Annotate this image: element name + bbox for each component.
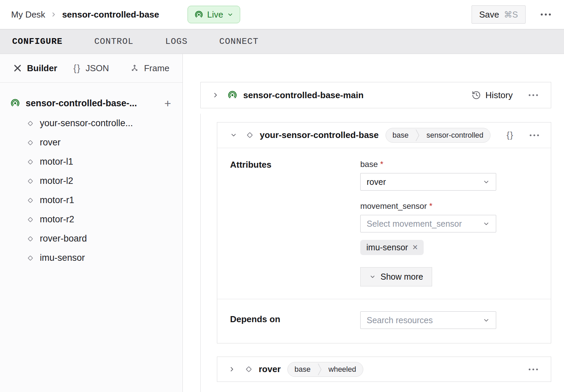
ellipsis-icon [540,13,552,16]
braces-icon: {} [74,63,81,74]
chevron-right-icon [50,11,57,18]
tab-connect[interactable]: CONNECT [219,36,258,47]
tools-icon [13,63,22,73]
live-status-label: Live [207,9,223,20]
ellipsis-icon [529,134,539,137]
machine-broadcast-icon [10,98,20,108]
field-movement-sensor-label: movement_sensor* [360,201,496,211]
save-button-label: Save [479,9,499,20]
tree-item-motor-l2[interactable]: motor-l2 [10,171,172,191]
tree-item-motor-r2[interactable]: motor-r2 [10,210,172,229]
depends-on-select[interactable]: Search resources [360,311,496,329]
viam-machine-page: My Desk sensor-controlled-base Live Save… [0,0,564,392]
breadcrumb: My Desk sensor-controlled-base [11,0,159,29]
ellipsis-icon [528,368,538,371]
mode-frame[interactable]: Frame [130,63,169,74]
show-more-button[interactable]: Show more [360,267,432,286]
broadcast-live-icon [194,10,203,19]
depends-on-heading: Depends on [230,314,360,325]
component-diamond-icon [26,216,34,224]
tree-item-label: rover-board [40,233,87,244]
tree-root-machine[interactable]: sensor-controlled-base-... + [10,95,172,111]
mode-json-label: JSON [86,63,109,74]
base-select[interactable]: rover [360,173,496,191]
base-select-value: rover [367,177,386,187]
component-diamond-icon [26,254,34,262]
badge-divider-chevron-icon [317,362,322,377]
breadcrumb-parent-link[interactable]: My Desk [11,9,45,20]
tree-item-label: motor-r1 [40,195,74,205]
required-asterisk: * [429,201,432,211]
history-clock-icon [472,90,481,100]
save-button[interactable]: Save ⌘S [472,5,526,24]
chip-remove-button[interactable]: × [413,243,418,252]
tree-item-rover-board[interactable]: rover-board [10,229,172,248]
chevron-down-icon [483,220,490,227]
badge-divider-chevron-icon [415,128,420,143]
tree-item-label: motor-l2 [40,176,73,186]
chevron-down-icon [227,11,233,18]
component-diamond-icon [26,158,34,166]
tree-item-imu-sensor[interactable]: imu-sensor [10,248,172,268]
component-title: your-sensor-controlled-base [260,130,379,140]
chevron-down-icon [483,178,490,186]
component-menu-button[interactable] [528,133,541,138]
collapse-chevron-down-icon[interactable] [230,132,237,139]
field-movement-sensor: movement_sensor* Select movement_sensor [360,201,496,232]
tree-item-rover[interactable]: rover [10,133,172,152]
machine-part-card: sensor-controlled-base-main History [200,82,551,108]
tab-configure[interactable]: CONFIGURE [12,36,62,47]
tab-control[interactable]: CONTROL [94,36,133,47]
tree-item-motor-r1[interactable]: motor-r1 [10,191,172,210]
badge-type: base [288,365,317,374]
config-sidebar: Builder {} JSON Frame [0,54,183,392]
edit-json-button[interactable]: {} [507,130,514,140]
history-button[interactable]: History [472,90,513,101]
tree-item-your-sensor-controlled-base[interactable]: your-sensor-controlle... [10,114,172,133]
selected-sensor-chip: imu-sensor × [360,240,424,255]
expand-chevron-right-icon[interactable] [212,91,219,99]
header-more-menu-button[interactable] [538,10,553,19]
chip-label: imu-sensor [366,243,408,252]
braces-icon: {} [507,130,514,140]
component-diamond-icon [26,177,34,185]
history-label: History [485,90,513,101]
view-mode-switcher: Builder {} JSON Frame [0,54,182,83]
mode-json[interactable]: {} JSON [74,63,109,74]
chevron-down-icon [483,317,490,324]
rover-card-title: rover [259,364,281,374]
tab-logs[interactable]: LOGS [165,36,188,47]
component-type-badge: base sensor-controlled [386,128,490,143]
component-diamond-icon [26,139,34,147]
tree-root-label: sensor-controlled-base-... [26,98,158,109]
machine-broadcast-icon [227,90,237,100]
component-diamond-icon [26,235,34,243]
chevron-down-icon [369,274,376,280]
rover-card-menu-button[interactable] [527,367,540,372]
machine-part-title: sensor-controlled-base-main [243,90,364,101]
badge-model: sensor-controlled [420,131,490,140]
badge-type: base [386,131,416,140]
add-resource-button[interactable]: + [163,97,172,109]
ellipsis-icon [528,94,538,96]
tree-item-label: motor-r2 [40,214,74,225]
component-card-header: your-sensor-controlled-base base sensor-… [217,122,551,148]
attributes-section: Attributes base* rover movement_sensor* … [217,148,551,299]
expand-chevron-right-icon[interactable] [228,366,235,373]
save-shortcut-hint: ⌘S [504,10,518,20]
tree-item-motor-l1[interactable]: motor-l1 [10,152,172,171]
tree-item-label: imu-sensor [40,253,85,263]
component-card-rover: rover base wheeled [217,357,551,382]
component-card-your-sensor-controlled-base: your-sensor-controlled-base base sensor-… [217,122,551,343]
field-base: base* rover [360,160,496,191]
mode-builder-label: Builder [27,63,57,74]
machine-part-menu-button[interactable] [527,92,540,98]
live-status-button[interactable]: Live [188,6,240,23]
config-canvas: sensor-controlled-base-main History [183,54,564,392]
mode-frame-label: Frame [144,63,169,74]
movement-sensor-select[interactable]: Select movement_sensor [360,215,496,232]
mode-builder[interactable]: Builder [13,63,57,74]
show-more-label: Show more [380,272,423,282]
frame-axes-icon [130,63,139,73]
rover-type-badge: base wheeled [287,362,363,377]
